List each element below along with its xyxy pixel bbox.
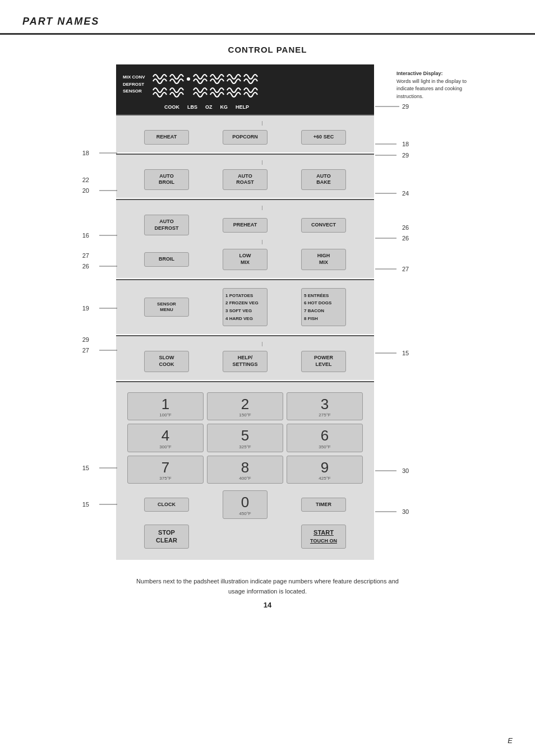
num-btn-1[interactable]: 1 100°F bbox=[127, 392, 204, 421]
stop-start-row: STOPCLEAR STARTTOUCH ON bbox=[116, 521, 374, 554]
section-title: CONTROL PANEL bbox=[0, 45, 535, 54]
num-btn-9[interactable]: 9 425°F bbox=[287, 456, 363, 484]
top-tick-1 bbox=[116, 121, 374, 126]
btn-row-broil: BROIL LOWMIX HIGHMIX bbox=[116, 247, 374, 272]
timer-button[interactable]: TIMER bbox=[301, 498, 346, 512]
svg-text:27: 27 bbox=[82, 252, 89, 259]
svg-text:19: 19 bbox=[82, 305, 89, 312]
display-mode-labels: MIX CONV DEFROST SENSOR bbox=[123, 74, 145, 95]
svg-point-0 bbox=[187, 77, 190, 81]
page-letter: E bbox=[508, 736, 513, 745]
low-mix-button[interactable]: LOWMIX bbox=[223, 249, 268, 270]
svg-text:16: 16 bbox=[82, 232, 89, 239]
btn-row-reheat: REHEAT POPCORN +60 SEC bbox=[116, 128, 374, 147]
svg-text:22: 22 bbox=[82, 177, 89, 183]
preheat-button[interactable]: PREHEAT bbox=[223, 218, 268, 233]
num-btn-5[interactable]: 5 325°F bbox=[207, 424, 283, 452]
mid-tick-3 bbox=[116, 240, 374, 244]
num-btn-4[interactable]: 4 300°F bbox=[127, 424, 204, 452]
btn-row-auto: AUTOBROIL AUTOROAST AUTOBAKE bbox=[116, 167, 374, 192]
top-tick-3 bbox=[116, 206, 374, 210]
power-level-button[interactable]: POWERLEVEL bbox=[301, 351, 346, 372]
high-mix-button[interactable]: HIGHMIX bbox=[301, 249, 346, 270]
svg-text:26: 26 bbox=[402, 235, 409, 242]
sensor-menu-button[interactable]: SENSORMENU bbox=[144, 298, 189, 317]
mix-conv-label: MIX CONV bbox=[123, 74, 145, 81]
section-auto: AUTOBROIL AUTOROAST AUTOBAKE bbox=[116, 154, 374, 198]
svg-text:24: 24 bbox=[402, 190, 409, 197]
svg-text:15: 15 bbox=[82, 465, 89, 471]
footnote-text: Numbers next to the padsheet illustratio… bbox=[136, 578, 399, 595]
label-lbs: LBS bbox=[187, 104, 197, 110]
section-slowcook: SLOWCOOK HELP/SETTINGS POWERLEVEL bbox=[116, 335, 374, 379]
svg-text:29: 29 bbox=[82, 336, 89, 343]
svg-text:26: 26 bbox=[82, 263, 89, 270]
main-diagram: Interactive Display: Words will light in… bbox=[49, 64, 486, 560]
label-help: HELP bbox=[236, 104, 249, 110]
top-tick-2 bbox=[116, 160, 374, 165]
num-btn-0[interactable]: 0 450°F bbox=[223, 490, 268, 519]
svg-text:29: 29 bbox=[402, 103, 409, 110]
clock-button[interactable]: CLOCK bbox=[144, 498, 189, 512]
slow-cook-button[interactable]: SLOWCOOK bbox=[144, 351, 189, 372]
display-section: MIX CONV DEFROST SENSOR bbox=[116, 64, 374, 103]
svg-text:27: 27 bbox=[82, 347, 89, 354]
num-pad-grid: 1 100°F 2 150°F 3 275°F 4 300°F bbox=[116, 388, 374, 489]
help-settings-button[interactable]: HELP/SETTINGS bbox=[223, 351, 268, 372]
display-bottom-labels: COOK LBS OZ KG HELP bbox=[116, 103, 374, 114]
num-btn-8[interactable]: 8 400°F bbox=[207, 456, 283, 484]
broil-button[interactable]: BROIL bbox=[144, 252, 189, 267]
sensor-items-left: 1 POTATOES2 FROZEN VEG3 SOFT VEG4 HARD V… bbox=[223, 288, 268, 326]
plus60-button[interactable]: +60 SEC bbox=[301, 130, 346, 145]
label-oz: OZ bbox=[205, 104, 213, 110]
btn-row-slowcook: SLOWCOOK HELP/SETTINGS POWERLEVEL bbox=[116, 349, 374, 374]
section-numpad: 1 100°F 2 150°F 3 275°F 4 300°F bbox=[116, 381, 374, 560]
svg-text:30: 30 bbox=[402, 508, 409, 515]
svg-text:27: 27 bbox=[402, 266, 409, 272]
num-btn-6[interactable]: 6 350°F bbox=[287, 424, 363, 452]
sensor-label: SENSOR bbox=[123, 88, 145, 95]
clock-timer-row: CLOCK 0 450°F TIMER bbox=[116, 488, 374, 521]
svg-text:26: 26 bbox=[402, 224, 409, 231]
svg-text:15: 15 bbox=[402, 350, 409, 356]
svg-text:30: 30 bbox=[402, 467, 409, 474]
section-sensor: SENSORMENU 1 POTATOES2 FROZEN VEG3 SOFT … bbox=[116, 279, 374, 334]
sensor-items-right: 5 ENTRÉES6 HOT DOGS7 BACON8 FISH bbox=[301, 288, 346, 326]
popcorn-button[interactable]: POPCORN bbox=[223, 130, 268, 145]
label-kg: KG bbox=[220, 104, 228, 110]
page-header: PART NAMES bbox=[0, 0, 535, 35]
auto-roast-button[interactable]: AUTOROAST bbox=[223, 169, 268, 190]
interactive-note-title: Interactive Display: bbox=[396, 71, 443, 76]
num-btn-3[interactable]: 3 275°F bbox=[287, 392, 363, 421]
start-touchon-button[interactable]: STARTTOUCH ON bbox=[301, 525, 346, 549]
display-icons-svg bbox=[152, 70, 287, 99]
defrost-label: DEFROST bbox=[123, 81, 145, 89]
reheat-button[interactable]: REHEAT bbox=[144, 130, 189, 145]
svg-text:29: 29 bbox=[402, 152, 409, 159]
interactive-note: Interactive Display: Words will light in… bbox=[396, 70, 481, 100]
auto-broil-button[interactable]: AUTOBROIL bbox=[144, 169, 189, 190]
svg-text:20: 20 bbox=[82, 187, 89, 194]
section-reheat: REHEAT POPCORN +60 SEC bbox=[116, 114, 374, 152]
svg-text:18: 18 bbox=[82, 150, 89, 156]
num-btn-2[interactable]: 2 150°F bbox=[207, 392, 283, 421]
footnote: Numbers next to the padsheet illustratio… bbox=[127, 577, 408, 596]
stop-clear-button[interactable]: STOPCLEAR bbox=[144, 525, 189, 549]
page-number: 14 bbox=[0, 601, 535, 609]
page-title: PART NAMES bbox=[22, 16, 99, 27]
top-tick-5 bbox=[116, 342, 374, 346]
btn-row-defrost: AUTODEFROST PREHEAT CONVECT bbox=[116, 212, 374, 238]
interactive-note-body: Words will light in the display to indic… bbox=[396, 78, 467, 99]
auto-bake-button[interactable]: AUTOBAKE bbox=[301, 169, 346, 190]
btn-row-sensor: SENSORMENU 1 POTATOES2 FROZEN VEG3 SOFT … bbox=[116, 286, 374, 328]
auto-defrost-button[interactable]: AUTODEFROST bbox=[144, 215, 189, 235]
svg-text:18: 18 bbox=[402, 141, 409, 147]
num-btn-7[interactable]: 7 375°F bbox=[127, 456, 204, 484]
svg-text:15: 15 bbox=[82, 501, 89, 508]
control-panel-box: MIX CONV DEFROST SENSOR bbox=[116, 64, 374, 560]
convect-button[interactable]: CONVECT bbox=[301, 218, 346, 233]
section-defrost: AUTODEFROST PREHEAT CONVECT BROIL LOWMIX… bbox=[116, 199, 374, 278]
label-cook: COOK bbox=[164, 104, 179, 110]
